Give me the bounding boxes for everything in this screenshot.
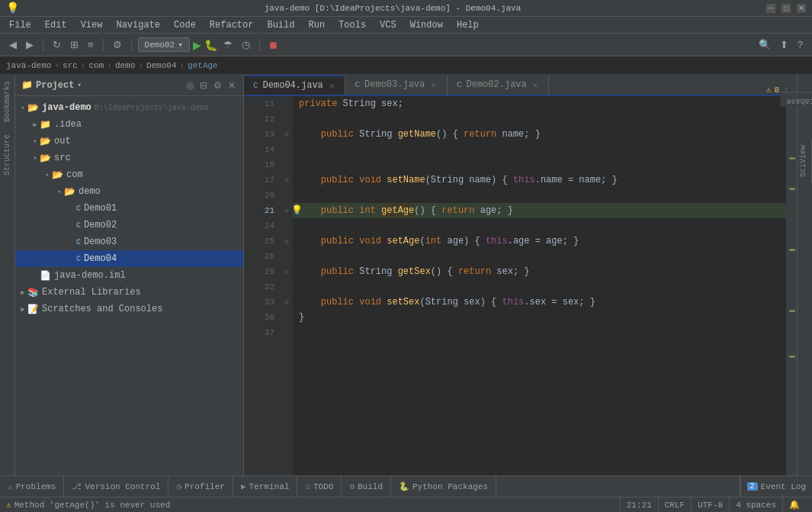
tree-item-demo02[interactable]: C Demo02 <box>15 217 243 233</box>
breadcrumb-getage[interactable]: getAge <box>188 61 218 70</box>
stop-button[interactable]: ◼ <box>266 37 281 52</box>
toolbar-tree-button[interactable]: ≡ <box>85 37 97 52</box>
menu-edit[interactable]: Edit <box>39 18 73 32</box>
menu-refactor[interactable]: Refactor <box>204 18 260 32</box>
todo-button[interactable]: ☑ TODO <box>297 476 342 498</box>
tab-demo03[interactable]: C Demo03.java ✕ <box>345 75 447 95</box>
breadcrumb-com[interactable]: com <box>88 61 104 70</box>
coverage-button[interactable]: ☂ <box>220 37 236 52</box>
menu-build[interactable]: Build <box>261 18 300 32</box>
close-button[interactable]: ✕ <box>797 4 806 13</box>
panel-locate-button[interactable]: ◎ <box>185 79 195 92</box>
python-packages-button[interactable]: 🐍 Python Packages <box>391 476 496 498</box>
menu-view[interactable]: View <box>75 18 109 32</box>
vertical-tabs-left: Bookmarks Structure <box>0 75 15 475</box>
menu-help[interactable]: Help <box>451 18 485 32</box>
scm-tab[interactable]: SciView <box>798 139 812 183</box>
database-tab[interactable]: Database <box>780 92 812 107</box>
fold-33[interactable]: ⊞ <box>281 295 293 310</box>
fold-29[interactable]: ⊞ <box>281 264 293 279</box>
build-button[interactable]: ⚙ Build <box>342 476 391 498</box>
problems-button[interactable]: ⚠ Problems <box>0 476 64 498</box>
tree-item-root[interactable]: ▾ 📂 java-demo D:\IdeaProjects\java-demo <box>15 99 243 116</box>
breadcrumb-src[interactable]: src <box>63 61 78 70</box>
run-button[interactable]: ▶ <box>193 39 201 51</box>
menu-vcs[interactable]: VCS <box>374 18 403 32</box>
tree-item-src[interactable]: ▾ 📂 src <box>15 150 243 166</box>
toolbar: ◀ ▶ ↻ ⊞ ≡ ⚙ Demo02 ▾ ▶ 🐛 ☂ ◷ ◼ 🔍 ⬆ ? <box>0 34 812 56</box>
toolbar-back-button[interactable]: ◀ <box>6 37 20 52</box>
encoding[interactable]: UTF-8 <box>691 494 729 513</box>
structure-tab[interactable]: Structure <box>2 128 13 182</box>
tab-demo03-close[interactable]: ✕ <box>429 80 438 90</box>
build-icon: ⚙ <box>349 481 355 491</box>
cursor-position[interactable]: 21:21 <box>620 494 658 513</box>
menu-run[interactable]: Run <box>302 18 331 32</box>
tree-item-ext-libs[interactable]: ▶ 📚 External Libraries <box>15 284 243 301</box>
menu-file[interactable]: File <box>3 18 37 32</box>
toolbar-forward-button[interactable]: ▶ <box>23 37 37 52</box>
panel-collapse-button[interactable]: ⊟ <box>198 79 209 92</box>
tab-demo04-close[interactable]: ✕ <box>328 81 336 91</box>
method-setName: setName <box>387 172 425 188</box>
terminal-icon: ▶ <box>241 481 246 491</box>
profile-button[interactable]: ◷ <box>239 37 253 52</box>
fold-17[interactable]: ⊞ <box>281 172 293 188</box>
fold-11[interactable] <box>281 96 293 111</box>
tree-item-com[interactable]: ▾ 📂 com <box>15 166 243 183</box>
tree-item-demo[interactable]: ▾ 📂 demo <box>15 183 243 200</box>
folder-icon: 📂 <box>52 169 63 181</box>
arrow-icon: ▾ <box>18 104 27 112</box>
kw-public-17: public <box>321 172 354 188</box>
tree-item-demo03[interactable]: C Demo03 <box>15 233 243 250</box>
fold-area: ⊞ ⊞ ⊞ ⊞ ⊞ ⊞ <box>281 96 293 475</box>
panel-title-label: Project <box>36 80 74 91</box>
warnings-status[interactable]: 🔔 <box>782 494 806 513</box>
toolbar-structure-button[interactable]: ⊞ <box>67 37 82 52</box>
debug-button[interactable]: 🐛 <box>204 39 217 51</box>
bulb-icon[interactable]: 💡 <box>293 203 303 218</box>
tree-label-idea: .idea <box>54 119 82 130</box>
menu-navigate[interactable]: Navigate <box>110 18 166 32</box>
help-button[interactable]: ? <box>794 37 806 52</box>
search-everywhere-button[interactable]: 🔍 <box>756 37 774 52</box>
tree-item-scratches[interactable]: ▶ 📝 Scratches and Consoles <box>15 301 243 317</box>
code-line-29: public String getSex() { return sex; } <box>293 264 786 279</box>
breadcrumb-demo[interactable]: demo <box>115 61 135 70</box>
tree-item-idea[interactable]: ▶ 📁 .idea <box>15 116 243 133</box>
tab-demo02[interactable]: C Demo02.java ✕ <box>448 75 549 95</box>
profiler-button[interactable]: ◷ Profiler <box>168 476 233 498</box>
fold-25[interactable]: ⊞ <box>281 233 293 249</box>
line-ending[interactable]: CRLF <box>658 494 691 513</box>
menu-code[interactable]: Code <box>168 18 202 32</box>
tab-demo02-close[interactable]: ✕ <box>531 80 540 90</box>
fold-21[interactable]: ⊞ <box>281 203 293 218</box>
panel-close-button[interactable]: ✕ <box>226 79 237 92</box>
breadcrumb-demo04[interactable]: Demo04 <box>146 61 177 70</box>
tree-item-demo04[interactable]: C Demo04 <box>15 250 243 267</box>
code-editor[interactable]: private String sex; public String getNam… <box>293 96 786 475</box>
tree-item-out[interactable]: ▾ 📂 out <box>15 133 243 150</box>
app-icon: 💡 <box>6 2 19 14</box>
tree-item-demo01[interactable]: C Demo01 <box>15 200 243 217</box>
update-button[interactable]: ⬆ <box>777 37 791 52</box>
code-line-21: 💡 public int getAge() { return age; } <box>293 203 786 218</box>
panel-settings-button[interactable]: ⚙ <box>212 79 223 92</box>
fold-13[interactable]: ⊞ <box>281 127 293 142</box>
menu-window[interactable]: Window <box>404 18 449 32</box>
tree-item-iml[interactable]: 📄 java-demo.iml <box>15 267 243 284</box>
bookmarks-tab[interactable]: Bookmarks <box>2 75 13 128</box>
indent-setting[interactable]: 4 spaces <box>729 494 782 513</box>
version-control-button[interactable]: ⎇ Version Control <box>64 476 168 498</box>
maximize-button[interactable]: □ <box>782 4 791 13</box>
terminal-button[interactable]: ▶ Terminal <box>233 476 297 498</box>
tree-label-iml: java-demo.iml <box>54 270 126 281</box>
minimize-button[interactable]: ─ <box>766 4 775 13</box>
menu-tools[interactable]: Tools <box>332 18 372 32</box>
toolbar-settings-button[interactable]: ⚙ <box>110 37 125 52</box>
run-config-selector[interactable]: Demo02 ▾ <box>138 37 190 52</box>
tab-demo04[interactable]: C Demo04.java ✕ <box>244 75 345 95</box>
toolbar-separator-1 <box>43 38 43 52</box>
breadcrumb-java-demo[interactable]: java-demo <box>6 61 51 70</box>
toolbar-sync-button[interactable]: ↻ <box>50 37 64 52</box>
